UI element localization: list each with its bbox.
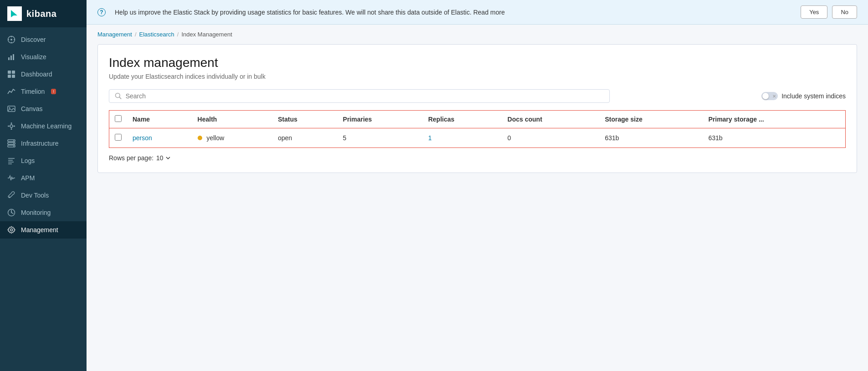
svg-point-34 [9,197,10,198]
sidebar-item-dev-tools-label: Dev Tools [21,192,49,199]
svg-rect-8 [13,54,14,60]
search-box [109,89,610,103]
info-icon: ? [97,8,106,16]
svg-point-18 [8,126,9,127]
svg-point-15 [10,125,13,127]
main-content: ? Help us improve the Elastic Stack by p… [87,0,868,371]
row-storage-size-cell: 631b [599,128,703,148]
sidebar-item-canvas[interactable]: Canvas [0,100,87,117]
table-header-checkbox [109,111,128,128]
banner-actions: Yes No [801,5,857,19]
kibana-logo-icon [7,6,22,21]
sidebar-item-dev-tools[interactable]: Dev Tools [0,187,87,204]
breadcrumb-elasticsearch[interactable]: Elasticsearch [139,31,174,38]
sidebar-item-timelion-label: Timelion [21,88,45,95]
canvas-icon [7,105,15,113]
logs-icon [7,157,15,165]
row-status-cell: open [272,128,337,148]
sidebar-item-logs[interactable]: Logs [0,152,87,169]
health-dot [198,136,202,140]
toolbar-row: ✕ Include system indices [109,89,846,103]
table-header-name: Name [127,111,192,128]
svg-point-27 [13,140,14,141]
infra-icon [7,139,15,147]
chevron-down-icon [165,155,171,161]
svg-point-17 [11,128,12,130]
telemetry-banner: ? Help us improve the Elastic Stack by p… [87,0,868,25]
sidebar-item-visualize[interactable]: Visualize [0,48,87,66]
row-docs-count-cell: 0 [502,128,599,148]
sidebar: kibana Discover Visualize [0,0,87,371]
sidebar-item-machine-learning[interactable]: Machine Learning [0,117,87,135]
svg-rect-7 [10,56,12,60]
svg-point-16 [11,122,12,124]
toggle-switch[interactable]: ✕ [761,92,778,100]
sidebar-nav: Discover Visualize Dashboard Timeli [0,27,87,242]
sidebar-item-discover[interactable]: Discover [0,31,87,48]
apm-icon [7,174,15,182]
svg-point-36 [10,229,13,231]
sidebar-item-canvas-label: Canvas [21,105,42,112]
replicas-link[interactable]: 1 [428,134,432,142]
bar-chart-icon [7,53,15,61]
table-header-storage-size: Storage size [599,111,703,128]
index-name-link[interactable]: person [133,134,152,142]
sidebar-item-infrastructure-label: Infrastructure [21,140,58,147]
sidebar-item-discover-label: Discover [21,36,46,43]
sidebar-item-monitoring[interactable]: Monitoring [0,204,87,221]
row-primary-storage-cell: 631b [703,128,845,148]
row-checkbox-cell [109,128,128,148]
grid-icon [7,70,15,78]
sidebar-item-management[interactable]: Management [0,221,87,239]
system-indices-label: Include system indices [781,92,846,100]
table-header-docs-count: Docs count [502,111,599,128]
sidebar-logo: kibana [0,0,87,27]
table-header-health: Health [192,111,273,128]
row-name-cell: person [127,128,192,148]
page-subtitle: Update your Elasticsearch indices indivi… [109,73,846,80]
svg-point-19 [14,126,15,127]
sidebar-item-logs-label: Logs [21,157,35,164]
banner-no-button[interactable]: No [832,5,857,19]
table-header-status: Status [272,111,337,128]
sidebar-item-machine-learning-label: Machine Learning [21,122,71,130]
breadcrumb-index-management: Index Management [181,31,232,38]
breadcrumb-management[interactable]: Management [97,31,132,38]
sidebar-item-timelion[interactable]: Timelion ! [0,83,87,100]
svg-rect-6 [8,57,10,60]
monitoring-icon [7,208,15,217]
row-primaries-cell: 5 [337,128,423,148]
table-header-primary-storage: Primary storage ... [703,111,845,128]
sidebar-item-monitoring-label: Monitoring [21,209,51,216]
banner-message: Help us improve the Elastic Stack by pro… [115,9,791,16]
search-input[interactable] [126,92,604,100]
system-indices-toggle: ✕ Include system indices [761,92,846,100]
breadcrumb: Management / Elasticsearch / Index Manag… [87,25,868,44]
row-checkbox[interactable] [115,134,122,141]
rows-per-page-select[interactable]: 10 [156,154,171,162]
sidebar-item-apm-label: APM [21,174,35,182]
select-all-checkbox[interactable] [115,115,122,122]
svg-point-29 [13,146,14,147]
svg-rect-10 [12,71,15,74]
index-table: Name Health Status Primaries Replicas Do… [109,110,846,148]
sidebar-item-apm[interactable]: APM [0,169,87,187]
logo-text: kibana [26,9,56,19]
sidebar-item-infrastructure[interactable]: Infrastructure [0,135,87,152]
sidebar-item-dashboard-label: Dashboard [21,71,52,78]
svg-rect-11 [8,75,11,78]
rows-per-page-value: 10 [156,154,163,162]
table-header-replicas: Replicas [423,111,502,128]
rows-per-page-label: Rows per page: [109,154,153,162]
gear-icon [7,226,15,234]
sidebar-item-management-label: Management [21,226,58,234]
row-replicas-cell: 1 [423,128,502,148]
wrench-icon [7,191,15,199]
row-health-cell: yellow [192,128,273,148]
pagination-row: Rows per page: 10 [109,154,846,162]
svg-line-38 [119,97,121,98]
compass-icon [7,36,15,44]
banner-yes-button[interactable]: Yes [801,5,827,19]
row-health-value: yellow [206,134,224,142]
sidebar-item-dashboard[interactable]: Dashboard [0,66,87,83]
